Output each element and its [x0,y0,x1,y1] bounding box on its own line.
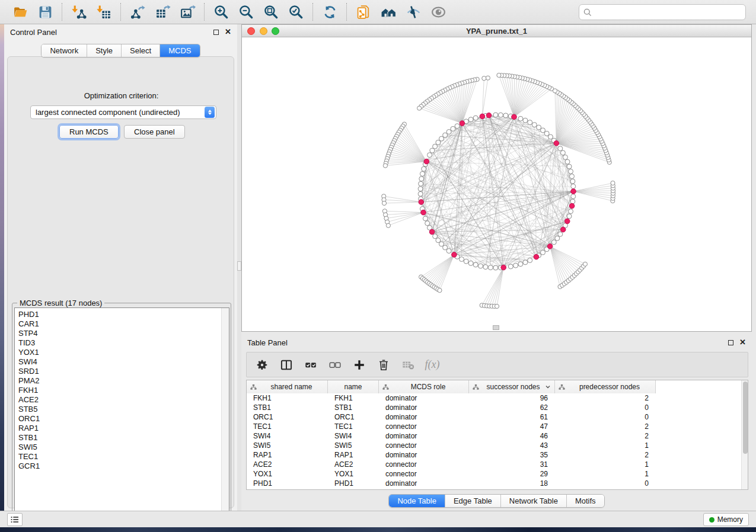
cell-name[interactable]: PHD1 [328,479,379,488]
graph-node[interactable] [571,184,576,189]
mcds-result-item[interactable]: PMA2 [15,376,221,386]
table-row[interactable]: SWI5SWI5connector431 [247,441,742,450]
cell-mcds-role[interactable]: dominator [379,450,469,460]
graph-node[interactable] [563,155,567,159]
cell-shared-name[interactable]: TEC1 [247,422,328,431]
cell-shared-name[interactable]: PHD1 [247,479,328,488]
graph-hub-node[interactable] [554,141,559,146]
export-image-icon[interactable] [178,2,197,21]
cell-shared-name[interactable]: FKH1 [247,393,328,403]
mcds-result-item[interactable]: FKH1 [15,386,221,395]
graph-node[interactable] [468,261,473,265]
graph-node[interactable] [548,134,553,139]
cell-successor-nodes[interactable]: 46 [469,431,555,441]
cell-shared-name[interactable]: SWI5 [247,441,328,450]
cell-mcds-role[interactable]: connector [379,441,469,450]
zoom-out-icon[interactable] [237,2,256,21]
tab-node-table[interactable]: Node Table [389,495,445,507]
mcds-result-item[interactable]: STP4 [15,329,221,338]
graph-node[interactable] [570,179,575,184]
save-session-icon[interactable] [36,2,55,21]
graph-node[interactable] [446,130,451,134]
cell-successor-nodes[interactable]: 62 [469,403,555,412]
graph-node[interactable] [464,259,468,264]
graph-node[interactable] [428,153,432,158]
mcds-result-list[interactable]: PHD1CAR1STP4TID3YOX1SWI4SRD1PMA2FKH1ACE2… [14,307,229,520]
table-scrollbar[interactable] [741,380,748,489]
mcds-result-item[interactable]: STB5 [15,405,221,414]
cell-mcds-role[interactable]: dominator [379,431,469,441]
cell-mcds-role[interactable]: dominator [379,393,469,403]
vertical-splitter[interactable] [237,24,241,511]
cell-shared-name[interactable]: ORC1 [247,412,328,422]
mcds-result-item[interactable]: CAR1 [15,319,221,329]
mcds-result-item[interactable]: SRD1 [15,367,221,376]
graph-node[interactable] [483,265,488,270]
graph-node[interactable] [528,258,532,262]
cell-predecessor-nodes[interactable]: 0 [555,412,656,422]
column-header-shared-name[interactable]: shared name [247,380,328,393]
graph-node[interactable] [528,120,532,125]
graph-node[interactable] [558,146,563,151]
column-header-mcds-role[interactable]: MCDS role [379,380,469,393]
network-document-share-icon[interactable] [354,2,373,21]
graph-node[interactable] [430,148,435,153]
graph-node[interactable] [433,234,438,239]
float-window-icon[interactable] [213,30,219,35]
graph-hub-node[interactable] [424,159,429,164]
graph-node[interactable] [418,191,423,196]
graph-hub-node[interactable] [534,254,539,259]
graph-hub-node[interactable] [547,244,553,249]
search-input[interactable] [595,7,745,18]
graph-node[interactable] [443,133,448,137]
graph-node[interactable] [518,116,523,121]
table-row[interactable]: STB1STB1dominator620 [247,403,742,412]
graph-node[interactable] [468,117,473,122]
mcds-result-item[interactable]: GCR1 [15,462,221,471]
cell-name[interactable]: STB1 [328,403,379,412]
graph-hub-node[interactable] [421,210,426,215]
cell-name[interactable]: SWI4 [328,431,379,441]
table-row[interactable]: TEC1TEC1connector472 [247,422,742,431]
graph-node[interactable] [422,166,426,171]
graph-node[interactable] [455,124,460,129]
mcds-result-item[interactable]: ORC1 [15,414,221,424]
cell-successor-nodes[interactable]: 96 [469,393,555,403]
graph-node[interactable] [518,262,523,267]
tab-select[interactable]: Select [122,44,160,57]
graph-node[interactable] [551,240,556,245]
tab-network[interactable]: Network [42,44,87,57]
graph-node[interactable] [567,164,572,169]
graph-node[interactable] [503,113,508,118]
close-panel-button[interactable]: Close panel [124,125,185,139]
graph-node[interactable] [570,199,575,204]
graph-node[interactable] [493,265,498,270]
criterion-select[interactable]: largest connected component (undirected) [30,105,216,119]
graph-node[interactable] [479,264,483,268]
tab-motifs[interactable]: Motifs [567,495,604,507]
cell-shared-name[interactable]: SWI4 [247,431,328,441]
mcds-result-item[interactable]: TID3 [15,338,221,348]
traffic-light-close[interactable] [247,27,255,35]
cell-mcds-role[interactable]: connector [379,469,469,479]
run-mcds-button[interactable]: Run MCDS [59,125,119,139]
cell-mcds-role[interactable]: connector [379,460,469,469]
table-row[interactable]: RAP1RAP1dominator352 [247,450,742,460]
open-file-icon[interactable] [11,2,30,21]
graph-node[interactable] [569,209,573,214]
graph-node[interactable] [513,263,518,268]
graph-node[interactable] [419,181,423,186]
cell-name[interactable]: TEC1 [328,422,379,431]
traffic-light-maximize[interactable] [272,27,279,35]
cell-successor-nodes[interactable]: 61 [469,412,555,422]
cell-predecessor-nodes[interactable]: 1 [555,469,656,479]
mcds-result-item[interactable]: SWI4 [15,357,221,367]
graph-node[interactable] [439,242,444,246]
cell-successor-nodes[interactable]: 18 [469,479,555,488]
mcds-result-item[interactable]: PHD1 [15,310,221,319]
cell-successor-nodes[interactable]: 29 [469,469,555,479]
zoom-selected-icon[interactable] [286,2,305,21]
cell-predecessor-nodes[interactable]: 0 [555,403,656,412]
graph-node[interactable] [419,177,424,181]
cell-predecessor-nodes[interactable]: 1 [555,460,656,469]
